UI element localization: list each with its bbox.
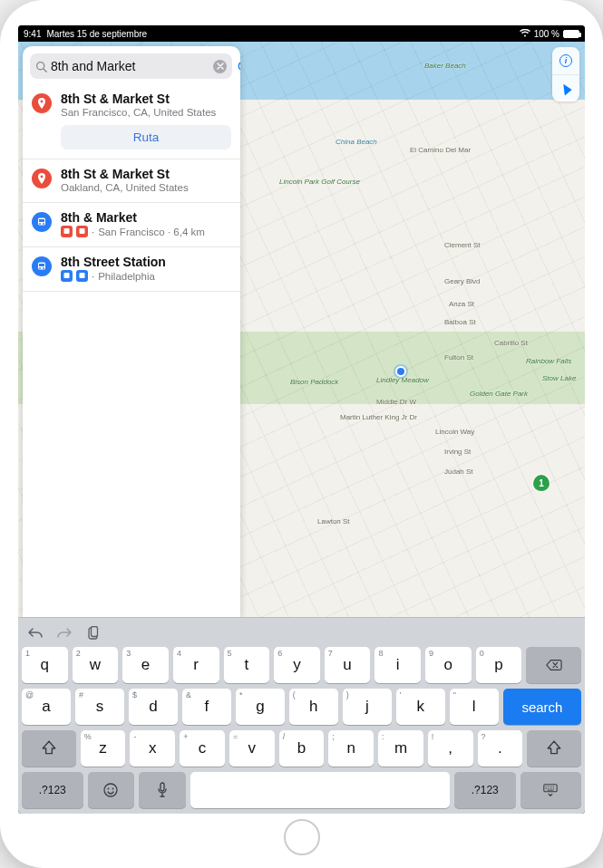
svg-line-1 [44, 68, 46, 71]
mic-icon [154, 782, 170, 798]
key-b[interactable]: /b [279, 730, 325, 767]
transit-line-icon [61, 226, 73, 237]
search-result[interactable]: 8th St & Market StSan Francisco, CA, Uni… [23, 84, 240, 159]
key-i[interactable]: 8i [374, 647, 421, 683]
search-result[interactable]: 8th Street Station · Philadelphia [23, 247, 240, 292]
key-emoji[interactable] [88, 772, 135, 808]
svg-point-12 [39, 267, 41, 269]
map-label: Stow Lake [542, 374, 576, 382]
key-.[interactable]: ?. [478, 730, 523, 767]
route-button[interactable]: Ruta [61, 125, 231, 149]
map-label: Martin Luther King Jr Dr [340, 413, 417, 421]
key-c[interactable]: +c [180, 730, 225, 767]
key-u[interactable]: 7u [325, 647, 371, 683]
result-subtitle: Oakland, CA, United States [61, 182, 189, 193]
map-label: Lindley Meadow [376, 376, 429, 384]
transit-line-icon [76, 270, 88, 282]
key-shift-right[interactable] [527, 730, 581, 767]
map-label: Geary Blvd [444, 277, 481, 285]
home-button[interactable] [284, 819, 320, 855]
key-dictation[interactable] [139, 772, 186, 808]
key-q[interactable]: 1q [22, 647, 68, 683]
key-k[interactable]: 'k [396, 689, 445, 725]
shift-icon [41, 740, 57, 757]
key-v[interactable]: =v [229, 730, 275, 767]
svg-rect-15 [80, 273, 85, 278]
result-title: 8th St & Market St [61, 92, 231, 106]
svg-rect-14 [64, 273, 70, 278]
svg-point-6 [39, 223, 41, 225]
search-result[interactable]: 8th & Market · San Francisco · 6,4 km [23, 203, 240, 247]
app-area: Baker BeachChina BeachEl Camino Del MarL… [18, 42, 585, 617]
key-z[interactable]: %z [81, 730, 126, 767]
key-dismiss-keyboard[interactable] [520, 772, 582, 808]
key-m[interactable]: :m [378, 730, 423, 767]
key-symbols-right[interactable]: .?123 [454, 772, 516, 808]
search-field[interactable] [30, 53, 232, 79]
key-space[interactable] [190, 772, 450, 808]
transit-line-icon [61, 270, 73, 282]
key-shift-left[interactable] [22, 730, 76, 767]
map-label: Lincoln Park Golf Course [279, 178, 360, 186]
clear-search-button[interactable] [213, 60, 227, 73]
svg-point-3 [41, 176, 44, 178]
map-label: China Beach [336, 138, 377, 146]
result-subtitle: San Francisco, CA, United States [61, 107, 216, 118]
search-results: 8th St & Market StSan Francisco, CA, Uni… [23, 84, 240, 292]
status-time: 9:41 [24, 29, 41, 39]
result-title: 8th Street Station [61, 255, 231, 269]
svg-point-13 [43, 267, 44, 269]
key-j[interactable]: )j [343, 689, 392, 725]
undo-button[interactable] [27, 625, 44, 641]
keyboard: 1q2w3e4r5t6y7u8i9o0p @a#s$d&f*g(h)j'k"ls… [18, 617, 585, 814]
result-title: 8th St & Market St [61, 167, 231, 181]
key-s[interactable]: #s [75, 689, 124, 725]
svg-rect-9 [80, 228, 85, 234]
keyboard-toolbar [22, 622, 581, 647]
result-title: 8th & Market [61, 210, 231, 225]
result-subtitle: San Francisco · 6,4 km [98, 227, 205, 237]
key-delete[interactable] [526, 647, 581, 683]
transit-line-icon [76, 226, 88, 237]
cancel-button[interactable]: Cancelar [238, 59, 240, 73]
transit-icon [32, 212, 52, 232]
search-input[interactable] [51, 59, 209, 73]
key-d[interactable]: $d [129, 689, 178, 725]
key-symbols[interactable]: .?123 [22, 772, 83, 808]
map-label: Middle Dr W [376, 398, 416, 406]
key-o[interactable]: 9o [425, 647, 472, 683]
svg-rect-11 [39, 264, 44, 266]
map-label: Judah St [444, 468, 473, 476]
key-e[interactable]: 3e [122, 647, 169, 683]
key-p[interactable]: 0p [476, 647, 522, 683]
key-x[interactable]: -x [130, 730, 175, 767]
key-r[interactable]: 4r [173, 647, 219, 683]
clear-x-icon [217, 63, 224, 70]
key-h[interactable]: (h [289, 689, 338, 725]
result-subtitle: Philadelphia [98, 271, 155, 282]
key-n[interactable]: ;n [328, 730, 374, 767]
delete-icon [546, 657, 562, 673]
locate-button[interactable] [552, 74, 579, 101]
key-g[interactable]: *g [236, 689, 285, 725]
key-search[interactable]: search [503, 689, 581, 725]
map-label: Lawton St [317, 517, 350, 526]
key-t[interactable]: 5t [224, 647, 270, 683]
battery-percentage: 100 % [534, 29, 559, 39]
highway-shield: 1 [533, 475, 550, 491]
search-row: Cancelar [23, 46, 240, 84]
redo-button[interactable] [56, 625, 73, 641]
search-result[interactable]: 8th St & Market StOakland, CA, United St… [23, 159, 240, 203]
search-panel: Cancelar 8th St & Market StSan Francisco… [23, 46, 240, 617]
key-l[interactable]: "l [450, 689, 499, 725]
ipad-device: 9:41 Martes 15 de septiembre 100 % Baker… [0, 0, 603, 868]
screen: 9:41 Martes 15 de septiembre 100 % Baker… [18, 25, 585, 814]
key-,[interactable]: !, [428, 730, 473, 767]
info-button[interactable]: i [552, 47, 579, 74]
key-f[interactable]: &f [182, 689, 231, 725]
key-a[interactable]: @a [22, 689, 71, 725]
clipboard-button[interactable] [85, 625, 102, 641]
key-w[interactable]: 2w [73, 647, 119, 683]
info-icon: i [559, 54, 572, 67]
key-y[interactable]: 6y [274, 647, 320, 683]
